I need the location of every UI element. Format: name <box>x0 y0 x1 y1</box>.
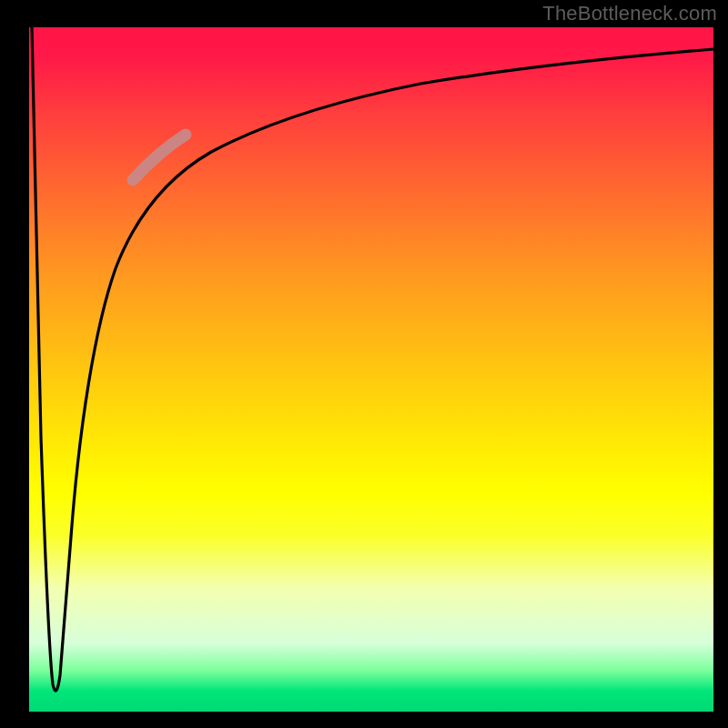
bottleneck-curve <box>32 27 713 691</box>
plot-area <box>29 27 713 712</box>
highlight-segment <box>133 135 186 180</box>
chart-frame: TheBottleneck.com <box>0 0 728 728</box>
watermark-label: TheBottleneck.com <box>542 2 717 25</box>
curve-svg <box>29 27 713 712</box>
